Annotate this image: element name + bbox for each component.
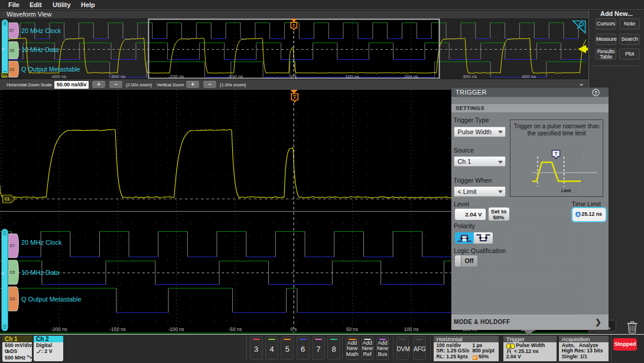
svg-text:300 ns: 300 ns bbox=[463, 74, 477, 79]
svg-text:D5: D5 bbox=[9, 48, 15, 53]
svg-text:100 ns: 100 ns bbox=[345, 74, 359, 79]
svg-text:-200 ns: -200 ns bbox=[168, 74, 184, 79]
svg-text:400 ns: 400 ns bbox=[522, 74, 536, 79]
svg-text:D3: D3 bbox=[9, 67, 15, 72]
svg-text:-100 ns: -100 ns bbox=[227, 74, 243, 79]
svg-text:10 MHz Data: 10 MHz Data bbox=[21, 46, 58, 53]
svg-text:D3: D3 bbox=[10, 297, 15, 301]
svg-text:20 MHz Clock: 20 MHz Clock bbox=[21, 27, 61, 34]
svg-text:C1: C1 bbox=[5, 197, 10, 201]
svg-text:D7: D7 bbox=[10, 244, 15, 248]
svg-text:A: A bbox=[577, 212, 580, 216]
svg-text:Q Output Metastable: Q Output Metastable bbox=[21, 296, 82, 303]
svg-text:T: T bbox=[292, 23, 295, 28]
svg-text:Q Output Metastable: Q Output Metastable bbox=[21, 66, 80, 73]
svg-text:200 ns: 200 ns bbox=[404, 74, 418, 79]
svg-text:‹›: ‹› bbox=[2, 47, 5, 52]
svg-text:0 s: 0 s bbox=[291, 74, 297, 79]
svg-text:-300 ns: -300 ns bbox=[110, 74, 126, 79]
svg-text:‹›: ‹› bbox=[1, 270, 5, 276]
svg-text:D7: D7 bbox=[9, 28, 15, 33]
svg-text:T: T bbox=[554, 150, 558, 156]
svg-text:-400 ns: -400 ns bbox=[51, 74, 67, 79]
svg-text:D5: D5 bbox=[10, 270, 15, 274]
svg-text:C1: C1 bbox=[2, 74, 7, 77]
svg-text:Limit: Limit bbox=[561, 189, 571, 193]
svg-text:20 MHz Clock: 20 MHz Clock bbox=[21, 239, 62, 246]
svg-text:?: ? bbox=[594, 89, 598, 95]
svg-text:10 MHz Data: 10 MHz Data bbox=[21, 269, 60, 276]
